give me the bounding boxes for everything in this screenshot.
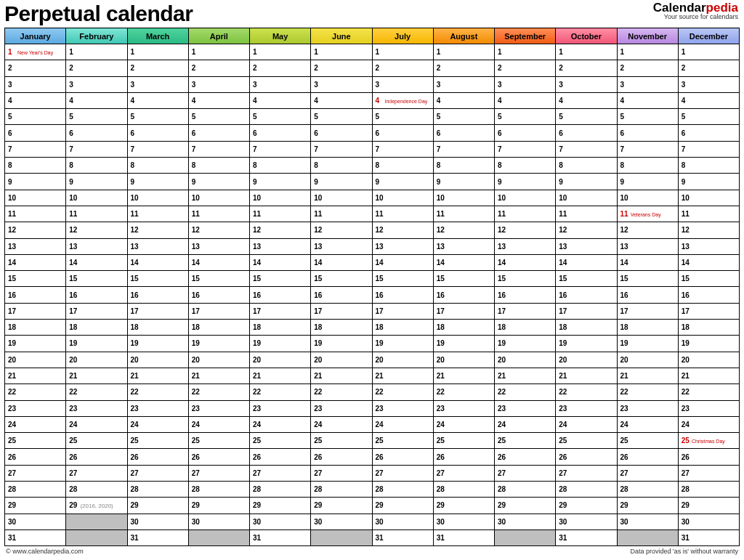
day-cell: 29 <box>617 498 678 514</box>
day-cell: 29(2016, 2020) <box>66 498 127 514</box>
day-cell: 22 <box>372 384 433 400</box>
day-cell: 30 <box>556 514 617 529</box>
day-cell: 30 <box>250 514 311 529</box>
day-cell: 7 <box>5 141 66 157</box>
day-cell: 6 <box>433 125 494 141</box>
day-cell: 19 <box>5 336 66 352</box>
day-cell: 4 <box>250 92 311 108</box>
day-cell: 17 <box>188 303 249 319</box>
day-cell: 13 <box>188 238 249 254</box>
day-cell: 2 <box>5 60 66 76</box>
day-cell: 1 <box>495 44 556 60</box>
day-cell: 31 <box>5 529 66 545</box>
day-cell: 15 <box>678 271 739 287</box>
day-cell: 21 <box>495 368 556 384</box>
day-cell: 26 <box>617 449 678 465</box>
day-cell: 10 <box>433 190 494 206</box>
day-cell: 11 <box>372 206 433 222</box>
day-cell: 23 <box>495 400 556 416</box>
day-cell: 27 <box>66 465 127 481</box>
day-cell: 3 <box>556 76 617 92</box>
day-cell: 21 <box>127 368 188 384</box>
day-cell: 24 <box>5 416 66 432</box>
day-cell: 21 <box>556 368 617 384</box>
day-cell: 18 <box>188 320 249 336</box>
day-cell: 19 <box>495 336 556 352</box>
day-cell: 12 <box>372 222 433 238</box>
day-cell: 24 <box>250 416 311 432</box>
day-cell: 24 <box>127 416 188 432</box>
day-cell: 14 <box>617 254 678 270</box>
day-cell: 14 <box>311 254 372 270</box>
day-cell: 1 <box>127 44 188 60</box>
day-cell: 9 <box>311 174 372 190</box>
calendar-table: JanuaryFebruaryMarchAprilMayJuneJulyAugu… <box>4 28 740 546</box>
day-cell: 5 <box>433 109 494 125</box>
day-cell: 18 <box>678 320 739 336</box>
day-cell: 6 <box>188 125 249 141</box>
day-cell: 19 <box>188 336 249 352</box>
day-cell: 8 <box>127 158 188 174</box>
day-cell: 14 <box>556 254 617 270</box>
day-cell: 13 <box>250 238 311 254</box>
day-cell: 4 <box>433 92 494 108</box>
day-cell: 10 <box>372 190 433 206</box>
day-cell: 7 <box>495 141 556 157</box>
day-cell: 8 <box>433 158 494 174</box>
day-cell: 19 <box>66 336 127 352</box>
day-cell: 15 <box>556 271 617 287</box>
day-cell: 16 <box>188 287 249 303</box>
day-cell: 2 <box>495 60 556 76</box>
day-cell: 25 <box>617 433 678 449</box>
day-cell: 15 <box>433 271 494 287</box>
day-cell: 1 <box>311 44 372 60</box>
day-cell: 16 <box>127 287 188 303</box>
day-cell: 9 <box>433 174 494 190</box>
day-cell: 4 <box>66 92 127 108</box>
day-cell: 29 <box>311 498 372 514</box>
day-cell: 5 <box>311 109 372 125</box>
day-cell: 3 <box>66 76 127 92</box>
day-cell: 15 <box>5 271 66 287</box>
day-cell: 26 <box>5 449 66 465</box>
day-cell: 17 <box>66 303 127 319</box>
day-cell <box>617 529 678 545</box>
day-cell: 8 <box>311 158 372 174</box>
day-cell: 14 <box>5 254 66 270</box>
day-cell: 30 <box>188 514 249 529</box>
day-cell: 8 <box>5 158 66 174</box>
day-cell: 5 <box>678 109 739 125</box>
day-cell: 28 <box>556 482 617 498</box>
day-cell: 13 <box>372 238 433 254</box>
day-cell: 30 <box>372 514 433 529</box>
day-cell: 18 <box>311 320 372 336</box>
day-cell: 7 <box>250 141 311 157</box>
day-cell: 3 <box>127 76 188 92</box>
day-cell: 16 <box>617 287 678 303</box>
day-cell: 15 <box>127 271 188 287</box>
day-cell: 25 <box>250 433 311 449</box>
day-cell: 12 <box>250 222 311 238</box>
day-cell: 28 <box>617 482 678 498</box>
day-cell: 16 <box>372 287 433 303</box>
day-cell: 2 <box>678 60 739 76</box>
day-cell: 23 <box>433 400 494 416</box>
day-cell: 23 <box>311 400 372 416</box>
month-header-june: June <box>311 28 372 44</box>
day-cell: 5 <box>495 109 556 125</box>
day-cell: 29 <box>188 498 249 514</box>
day-cell: 15 <box>617 271 678 287</box>
day-cell: 25 <box>188 433 249 449</box>
day-cell: 22 <box>66 384 127 400</box>
day-cell: 29 <box>556 498 617 514</box>
day-cell: 4 <box>188 92 249 108</box>
day-cell: 6 <box>678 125 739 141</box>
day-cell: 22 <box>556 384 617 400</box>
day-cell: 12 <box>556 222 617 238</box>
day-cell: 12 <box>127 222 188 238</box>
day-cell: 12 <box>495 222 556 238</box>
month-header-august: August <box>433 28 494 44</box>
day-cell: 15 <box>495 271 556 287</box>
day-cell: 4 <box>617 92 678 108</box>
day-cell: 23 <box>250 400 311 416</box>
